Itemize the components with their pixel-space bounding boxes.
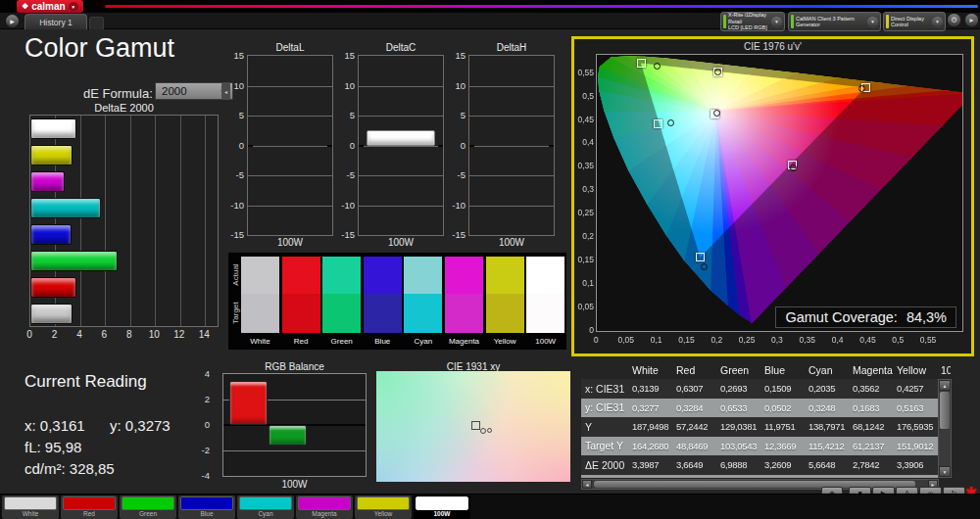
swatch-target-green: [322, 294, 361, 333]
status-bar-icon: [886, 15, 889, 28]
session-play-button[interactable]: ▶: [6, 15, 19, 27]
table-column-header: 100W: [941, 364, 951, 376]
triangle-left-icon: ◄: [585, 482, 590, 488]
swatch-actual-100w: [526, 257, 564, 294]
cie1976-actual-white: [713, 110, 720, 117]
hardware-label-line2: LCD [LED RGB]: [728, 24, 769, 31]
scroll-up-button[interactable]: ▲: [939, 380, 951, 391]
deltae-bar-green: [30, 251, 118, 271]
pattern-patch: [357, 496, 410, 510]
cie1931-chart: [376, 371, 570, 482]
table-row-x-cie31: x: CIE310,31390,63070,26930,15090,20350,…: [581, 379, 951, 399]
swatch-label: White: [241, 337, 279, 346]
axis-tick-label: -10: [334, 200, 355, 211]
pattern-tile-blue[interactable]: Blue: [178, 495, 235, 519]
gridline: [130, 116, 131, 326]
axis-tick-label: 0,2: [702, 335, 731, 345]
axis-tick-label: 10: [223, 80, 244, 91]
axis-tick-label: 5: [445, 110, 466, 120]
swatch-actual-blue: [364, 257, 402, 294]
pattern-tile-yellow[interactable]: Yellow: [355, 495, 412, 519]
axis-tick-label: 0,45: [574, 115, 594, 124]
axis-tick-label: 0,55: [913, 335, 943, 345]
axis-tick-label: 0,05: [574, 302, 594, 311]
table-cell: 3,3906: [897, 459, 941, 470]
hardware-button-1[interactable]: X-Rite i1Display RetailLCD [LED RGB]▼: [720, 12, 785, 31]
deltah-plot: [468, 55, 555, 236]
vertical-scroll-thumb[interactable]: [940, 392, 950, 429]
scroll-left-button[interactable]: ◄: [582, 480, 592, 489]
swatch-actual-cyan: [404, 257, 442, 294]
deltac-chart: DeltaC151050-5-10-15100W: [334, 42, 446, 250]
table-cell: 103,0543: [720, 441, 764, 451]
gridline: [248, 206, 332, 207]
table-row-target-y: Target Y164,268048,8469103,054312,366911…: [581, 437, 951, 456]
cie1976-actual-red: [858, 85, 865, 92]
rgb-balance-xlabel: 100W: [222, 479, 367, 490]
expand-button[interactable]: ▸: [964, 13, 979, 27]
pattern-patch: [180, 496, 233, 510]
deltae-bar-100w: [30, 118, 76, 139]
pattern-tile-100w[interactable]: 100W: [414, 495, 470, 519]
tab-history-1[interactable]: History 1: [24, 14, 87, 29]
settings-button[interactable]: ⚙: [947, 13, 961, 27]
hardware-button-2[interactable]: CalMAN Client 3 Pattern Generator▼: [788, 12, 881, 31]
pattern-tile-label: Green: [120, 510, 176, 518]
cie1931-target-marker: [471, 421, 480, 430]
axis-tick-label: 0,4: [574, 137, 594, 147]
tab-stub[interactable]: [89, 17, 104, 29]
axis-tick-label: 8: [120, 329, 139, 340]
hardware-label-line1: X-Rite i1Display Retail: [728, 12, 769, 24]
table-vertical-scrollbar[interactable]: ▲ ▼: [938, 379, 952, 478]
pattern-tile-label: Magenta: [296, 510, 353, 518]
deltac-bar: [367, 130, 435, 145]
gridline: [469, 206, 554, 207]
gridline: [105, 116, 106, 326]
zero-tick: [359, 145, 364, 147]
cie1976-plot: Gamut Coverage: 84,3%: [596, 54, 963, 332]
table-row-y: Y187,949857,2442129,038111,9751138,79716…: [581, 417, 951, 437]
axis-tick-label: -15: [445, 229, 466, 240]
swatch-target-blue: [364, 294, 402, 333]
axis-tick-label: 2: [190, 394, 210, 404]
axis-tick-label: -5: [445, 169, 466, 180]
chevron-down-icon[interactable]: ▼: [932, 17, 943, 27]
table-header-row: WhiteRedGreenBlueCyanMagentaYellow100W: [581, 360, 951, 379]
table-cell: 0,0502: [764, 402, 808, 413]
hardware-label-line1: CalMAN Client 3 Pattern Generator: [796, 16, 865, 28]
axis-tick-label: 0,55: [574, 68, 594, 77]
swatch-target-100w: [526, 294, 564, 333]
axis-tick-label: 0,45: [853, 335, 882, 345]
axis-tick-label: 0,25: [574, 208, 594, 217]
calman-logo-button[interactable]: ❖ calman ▼: [17, 0, 83, 13]
logo-text: calman: [31, 1, 65, 12]
pattern-tile-white[interactable]: White: [2, 495, 59, 519]
swatch-label: Blue: [364, 337, 402, 346]
hardware-button-3[interactable]: Direct Display Control▼: [883, 12, 946, 31]
gridline: [205, 116, 206, 326]
deltah-xlabel: 100W: [468, 237, 555, 248]
pattern-tile-cyan[interactable]: Cyan: [237, 495, 294, 519]
hardware-button-label: Direct Display Control: [891, 16, 930, 28]
chevron-down-icon[interactable]: ▼: [771, 17, 782, 27]
axis-tick-label: 15: [223, 50, 244, 61]
pattern-tile-magenta[interactable]: Magenta: [296, 495, 353, 519]
table-cell: 3,3987: [632, 459, 676, 470]
gridline: [248, 175, 332, 176]
scroll-down-button[interactable]: ▼: [939, 466, 951, 477]
swatch-actual-magenta: [445, 257, 483, 294]
tab-label: History 1: [39, 18, 73, 27]
axis-tick-label: 12: [170, 329, 189, 340]
logo-menu-chevron-down-icon[interactable]: ▼: [69, 2, 78, 12]
pattern-patch: [298, 496, 351, 510]
chevron-down-icon[interactable]: ▼: [867, 17, 878, 27]
deltal-chart: DeltaL151050-5-10-15100W: [223, 42, 335, 250]
pattern-tile-label: White: [2, 510, 59, 518]
hardware-label-line1: Direct Display Control: [891, 16, 930, 28]
pattern-tile-red[interactable]: Red: [61, 495, 118, 519]
table-cell: 48,8469: [676, 441, 720, 451]
hardware-button-label: CalMAN Client 3 Pattern Generator: [796, 16, 865, 28]
swatch-label: Yellow: [486, 337, 524, 346]
table-column-header: Green: [720, 364, 764, 376]
pattern-tile-green[interactable]: Green: [120, 495, 176, 519]
